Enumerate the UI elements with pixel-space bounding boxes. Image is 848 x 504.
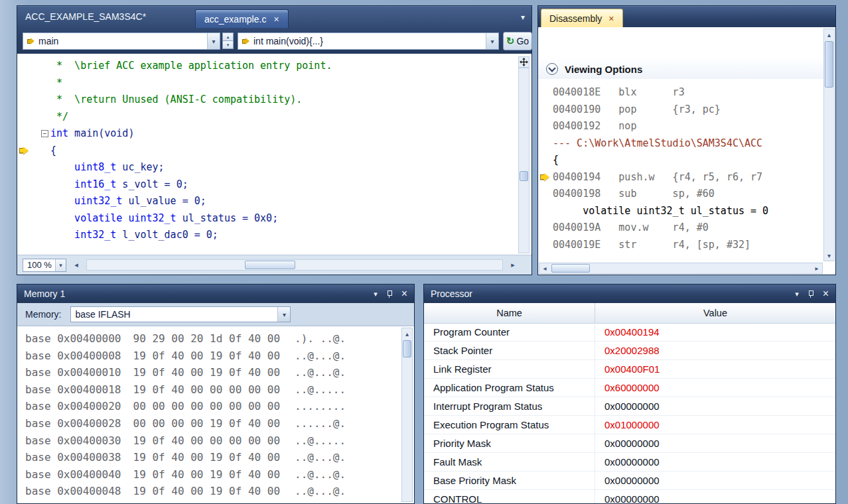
memory-address: base 0x00400010 bbox=[25, 366, 121, 379]
scrollbar-thumb[interactable] bbox=[403, 340, 411, 357]
members-dropdown[interactable]: int main(void){...} ▾ bbox=[238, 32, 499, 50]
code-line: uint8_t uc_key; bbox=[17, 159, 516, 176]
scrollbar-track[interactable] bbox=[518, 68, 530, 253]
scroll-right-icon[interactable]: ▸ bbox=[812, 265, 822, 272]
editor-vertical-scrollbar[interactable] bbox=[518, 56, 530, 253]
tab-label: acc_example.c bbox=[204, 14, 266, 25]
scroll-up-icon[interactable]: ▴ bbox=[402, 328, 412, 339]
memory-row: base 0x0040000819 0f 40 00 19 0f 40 00..… bbox=[25, 347, 401, 365]
fold-margin bbox=[33, 92, 50, 109]
scrollbar-thumb[interactable] bbox=[551, 264, 590, 273]
indicator-margin bbox=[17, 109, 33, 126]
indicator-margin bbox=[17, 125, 33, 143]
scrollbar-thumb[interactable] bbox=[825, 41, 833, 88]
register-row[interactable]: Program Counter0x00400194 bbox=[424, 323, 835, 342]
zoom-dropdown[interactable]: 100 % ▾ bbox=[23, 259, 66, 272]
scroll-left-icon[interactable]: ◂ bbox=[71, 261, 82, 269]
code-text: { bbox=[50, 143, 56, 160]
pin-icon[interactable] bbox=[386, 290, 393, 298]
tab-acc-example-c[interactable]: acc_example.c × bbox=[195, 9, 289, 28]
disassembly-content[interactable]: Viewing Options 0040018E blx r300400190 … bbox=[538, 27, 835, 275]
register-row[interactable]: Stack Pointer0x20002988 bbox=[424, 342, 835, 360]
collapse-chevron-icon[interactable] bbox=[546, 63, 558, 75]
memory-dump[interactable]: base 0x0040000090 29 00 20 1d 0f 40 00.)… bbox=[17, 326, 401, 503]
register-name: CONTROL bbox=[424, 490, 595, 503]
tab-disassembly[interactable]: Disassembly × bbox=[541, 9, 623, 28]
code-text: volatile uint32_t ul_status = 0x0; bbox=[50, 210, 278, 227]
code-line: uint32_t ul_value = 0; bbox=[17, 193, 516, 210]
memory-ascii: ..@...@. bbox=[295, 468, 346, 481]
close-icon[interactable]: × bbox=[823, 288, 829, 299]
code-text: * bbox=[50, 75, 62, 92]
memory-range-dropdown[interactable]: base IFLASH ▾ bbox=[70, 306, 291, 322]
dropdown-arrow-icon[interactable]: ▾ bbox=[486, 33, 498, 49]
disassembly-vertical-scrollbar[interactable]: ▴ ▾ bbox=[823, 29, 835, 261]
code-segment: l_volt_dac0 = 0; bbox=[116, 229, 218, 241]
register-row[interactable]: Application Program Status0x60000000 bbox=[424, 379, 835, 397]
window-menu-icon[interactable]: ▾ bbox=[795, 290, 799, 298]
register-row[interactable]: Fault Mask0x00000000 bbox=[424, 453, 835, 472]
disassembly-text: 00400192 nop bbox=[553, 120, 636, 132]
dropdown-arrow-icon[interactable]: ▾ bbox=[277, 307, 290, 322]
code-segment: main(void) bbox=[68, 127, 134, 139]
go-refresh-icon: ↻ bbox=[506, 35, 515, 47]
register-row[interactable]: Priority Mask0x00000000 bbox=[424, 434, 835, 453]
register-table[interactable]: Program Counter0x00400194Stack Pointer0x… bbox=[424, 323, 835, 503]
pin-icon[interactable] bbox=[808, 290, 814, 298]
disassembly-text: 0040019E str r4, [sp, #32] bbox=[553, 239, 750, 251]
column-header-name[interactable]: Name bbox=[424, 303, 595, 323]
register-row[interactable]: Interrupt Program Status0x00000000 bbox=[424, 397, 835, 416]
fold-margin bbox=[33, 143, 50, 160]
window-title: ACC_EXAMPLE_SAM3S4C* bbox=[25, 7, 146, 27]
editor-horizontal-scrollbar[interactable] bbox=[86, 259, 503, 271]
memory-range-value: base IFLASH bbox=[75, 309, 130, 320]
scrollbar-thumb[interactable] bbox=[245, 261, 295, 269]
scroll-up-icon[interactable]: ▴ bbox=[824, 29, 834, 40]
memory-hex-bytes: 19 0f 40 00 00 00 00 00 bbox=[133, 434, 281, 447]
tab-label: Disassembly bbox=[549, 13, 602, 24]
spinner-down-icon[interactable]: ▾ bbox=[222, 40, 234, 49]
register-value: 0x00000000 bbox=[595, 401, 660, 412]
move-cross-icon[interactable] bbox=[518, 56, 530, 68]
close-icon[interactable]: × bbox=[401, 288, 407, 299]
go-button[interactable]: ↻ Go bbox=[503, 32, 532, 50]
register-name: Priority Mask bbox=[424, 434, 595, 452]
memory-hex-bytes: 19 0f 40 00 19 0f 40 00 bbox=[133, 485, 281, 497]
tab-close-icon[interactable]: × bbox=[273, 15, 279, 24]
window-menu-icon[interactable]: ▾ bbox=[374, 290, 378, 298]
memory-ascii: ..@...@. bbox=[295, 366, 346, 379]
indicator-margin bbox=[17, 58, 33, 75]
column-header-value[interactable]: Value bbox=[595, 303, 835, 323]
register-row[interactable]: CONTROL0x00000000 bbox=[424, 490, 835, 503]
zoom-dropdown-arrow-icon[interactable]: ▾ bbox=[55, 259, 66, 271]
dropdown-arrow-icon[interactable]: ▾ bbox=[207, 33, 220, 49]
collapse-region-icon[interactable]: − bbox=[41, 130, 48, 137]
disassembly-text: --- C:\Work\AtmelStudio\SAM3S4C\ACC bbox=[553, 137, 762, 149]
memory-title-bar[interactable]: Memory 1 ▾ × bbox=[17, 284, 414, 303]
memory-hex-bytes: 90 29 00 20 1d 0f 40 00 bbox=[133, 332, 281, 345]
disassembly-horizontal-scrollbar[interactable]: ◂ ▸ bbox=[539, 263, 823, 274]
register-row[interactable]: Base Priority Mask0x00000000 bbox=[424, 472, 835, 490]
scrollbar-thumb[interactable] bbox=[520, 171, 528, 181]
memory-hex-bytes: 00 00 00 00 00 00 00 00 bbox=[133, 400, 281, 412]
code-line: */ bbox=[17, 109, 516, 126]
document-list-dropdown-icon[interactable]: ▾ bbox=[521, 13, 525, 22]
code-editor[interactable]: * \brief ACC example application entry p… bbox=[17, 54, 531, 256]
scroll-left-icon[interactable]: ◂ bbox=[539, 265, 550, 272]
arrow-head bbox=[23, 147, 29, 155]
types-dropdown[interactable]: main ▾ bbox=[23, 32, 220, 50]
viewing-options-header[interactable]: Viewing Options bbox=[538, 59, 823, 79]
code-segment: { bbox=[50, 145, 56, 157]
code-line: * \return Unused (ANSI-C compatibility). bbox=[17, 92, 516, 109]
code-segment: int16_t bbox=[50, 178, 116, 190]
processor-title-bar[interactable]: Processor ▾ × bbox=[424, 284, 835, 303]
register-row[interactable]: Execution Program Status0x01000000 bbox=[424, 416, 835, 434]
memory-hex-bytes: 00 00 00 00 19 0f 40 00 bbox=[133, 417, 281, 430]
tab-close-icon[interactable]: × bbox=[608, 14, 614, 23]
memory-row: base 0x0040001019 0f 40 00 19 0f 40 00..… bbox=[25, 364, 401, 381]
scroll-right-icon[interactable]: ▸ bbox=[508, 261, 518, 269]
indicator-margin bbox=[17, 143, 33, 160]
register-row[interactable]: Link Register0x00400F01 bbox=[424, 360, 835, 379]
memory-vertical-scrollbar[interactable]: ▴ bbox=[401, 328, 413, 502]
scroll-down-icon[interactable]: ▾ bbox=[824, 250, 834, 261]
